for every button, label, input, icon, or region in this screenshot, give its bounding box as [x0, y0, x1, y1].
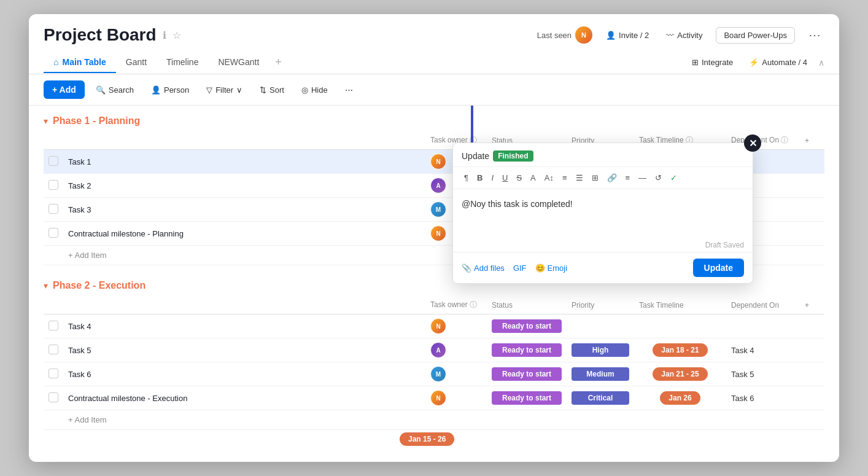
- avatar-group: N: [430, 390, 482, 406]
- info-icon[interactable]: ⓘ: [781, 136, 788, 144]
- popup-tool-align[interactable]: ≡: [622, 171, 634, 185]
- timeline-badge[interactable]: Jan 21 - 25: [653, 367, 707, 381]
- popup-tool-strike[interactable]: S: [513, 171, 525, 185]
- task-status-cell: Ready to start: [487, 338, 567, 362]
- col-add-col-header[interactable]: +: [800, 296, 824, 314]
- home-icon: ⌂: [53, 57, 58, 67]
- person-icon: 👤: [606, 31, 616, 40]
- phase-2-table: Task owner ⓘ Status Priority Task Timeli…: [44, 296, 824, 430]
- row-checkbox[interactable]: [48, 156, 58, 166]
- add-button[interactable]: + Add: [44, 80, 85, 99]
- task-name: Contractual milestone - Execution: [68, 394, 187, 403]
- task-add-cell: ⊕: [383, 150, 425, 174]
- table-row-add: [800, 386, 824, 410]
- popup-tool-color[interactable]: A: [527, 171, 540, 185]
- search-button[interactable]: 🔍 Search: [90, 82, 140, 98]
- avatar: N: [575, 26, 592, 44]
- task-dependent-cell: Task 6: [726, 386, 800, 410]
- status-badge[interactable]: Ready to start: [492, 343, 562, 357]
- task-add-cell: ⊕: [383, 386, 425, 410]
- tab-add-button[interactable]: +: [269, 51, 288, 74]
- timeline-badge[interactable]: Jan 26: [660, 391, 700, 405]
- popup-update-button[interactable]: Update: [693, 259, 744, 277]
- popup-tool-undo[interactable]: ↺: [651, 171, 665, 185]
- avatar-group: A: [430, 342, 482, 358]
- hide-button[interactable]: ◎ Hide: [295, 82, 334, 98]
- col-add-header: [383, 296, 425, 314]
- popup-content[interactable]: @Noy this task is completed!: [453, 189, 753, 238]
- popup-tool-hr[interactable]: —: [635, 171, 650, 185]
- activity-button[interactable]: 〰 Activity: [662, 28, 706, 42]
- hide-label: Hide: [311, 85, 328, 95]
- row-checkbox[interactable]: [48, 369, 58, 378]
- sort-button[interactable]: ⇅ Sort: [254, 82, 290, 98]
- gif-button[interactable]: GIF: [513, 263, 527, 273]
- popup-tool-bold[interactable]: B: [473, 171, 486, 185]
- priority-badge[interactable]: Critical: [572, 391, 629, 405]
- paperclip-icon: 📎: [462, 263, 471, 273]
- star-icon[interactable]: ☆: [172, 29, 181, 41]
- row-checkbox[interactable]: [48, 228, 58, 238]
- priority-badge[interactable]: High: [572, 343, 629, 357]
- more-options-button[interactable]: ⋯: [805, 28, 824, 42]
- popup-tool-italic[interactable]: I: [487, 171, 497, 185]
- filter-button[interactable]: ▽ Filter ∨: [200, 82, 249, 98]
- popup-tool-underline[interactable]: U: [498, 171, 511, 185]
- integrate-label: Integrate: [702, 58, 733, 67]
- add-item-row[interactable]: + Add Item: [44, 410, 824, 430]
- timeline-badge[interactable]: Jan 18 - 21: [653, 343, 707, 357]
- task-name: Task 4: [68, 322, 91, 331]
- task-add-cell: ⊕: [383, 314, 425, 338]
- tab-timeline[interactable]: Timeline: [157, 52, 208, 73]
- row-checkbox[interactable]: [48, 345, 58, 354]
- avatar: M: [430, 366, 446, 382]
- task-dependent-cell: Task 5: [726, 362, 800, 386]
- popup-close-button[interactable]: ✕: [744, 135, 761, 152]
- priority-badge[interactable]: Medium: [572, 367, 629, 381]
- tab-newgantt[interactable]: NEWGantt: [208, 52, 269, 73]
- status-badge[interactable]: Ready to start: [492, 391, 562, 405]
- phase-2-collapse-button[interactable]: ▾: [44, 281, 48, 291]
- row-checkbox[interactable]: [48, 180, 58, 190]
- tab-gantt[interactable]: Gantt: [116, 52, 157, 73]
- popup-tool-font-size[interactable]: A↕: [541, 171, 557, 185]
- task-add-cell: ⊕: [383, 174, 425, 198]
- task-priority-cell: Medium: [567, 362, 634, 386]
- row-checkbox[interactable]: [48, 392, 58, 402]
- add-files-button[interactable]: 📎 Add files: [462, 263, 505, 273]
- add-item-label[interactable]: + Add Item: [63, 410, 824, 430]
- last-seen-label: Last seen: [537, 31, 572, 40]
- table-row-add: [800, 338, 824, 362]
- info-icon[interactable]: ⓘ: [470, 300, 477, 309]
- popup-tool-ordered-list[interactable]: ≡: [559, 171, 571, 185]
- popup-tool-link[interactable]: 🔗: [603, 171, 621, 185]
- status-badge[interactable]: Ready to start: [492, 319, 562, 333]
- chevron-down-icon: ∨: [236, 85, 242, 95]
- info-icon[interactable]: ℹ: [163, 29, 166, 41]
- status-badge[interactable]: Ready to start: [492, 367, 562, 381]
- tab-label: Main Table: [62, 57, 106, 67]
- person-filter-button[interactable]: 👤 Person: [145, 82, 195, 98]
- tab-main-table[interactable]: ⌂ Main Table: [44, 52, 116, 73]
- invite-button[interactable]: 👤 Invite / 2: [602, 28, 653, 42]
- col-add-col-header[interactable]: +: [800, 131, 824, 150]
- search-icon: 🔍: [96, 85, 106, 95]
- emoji-icon: 😊: [535, 263, 545, 273]
- popup-tool-unordered-list[interactable]: ☰: [572, 171, 587, 185]
- popup-tool-table[interactable]: ⊞: [588, 171, 602, 185]
- integrate-button[interactable]: ⊞ Integrate: [687, 55, 738, 69]
- popup-tool-check[interactable]: ✓: [667, 171, 681, 185]
- more-toolbar-button[interactable]: ⋯: [339, 82, 359, 98]
- popup-tool-paragraph[interactable]: ¶: [460, 171, 472, 185]
- emoji-button[interactable]: 😊 Emoji: [535, 263, 568, 273]
- task-name: Task 5: [68, 346, 91, 355]
- avatar: A: [430, 178, 446, 193]
- row-checkbox[interactable]: [48, 204, 58, 214]
- board-powerups-button[interactable]: Board Power-Ups: [716, 27, 795, 44]
- tab-label: Gantt: [126, 57, 147, 67]
- task-status-cell: Ready to start: [487, 362, 567, 386]
- collapse-button[interactable]: ∧: [818, 58, 824, 68]
- row-checkbox[interactable]: [48, 321, 58, 330]
- automate-button[interactable]: ⚡ Automate / 4: [744, 55, 812, 69]
- phase-1-collapse-button[interactable]: ▾: [44, 116, 48, 126]
